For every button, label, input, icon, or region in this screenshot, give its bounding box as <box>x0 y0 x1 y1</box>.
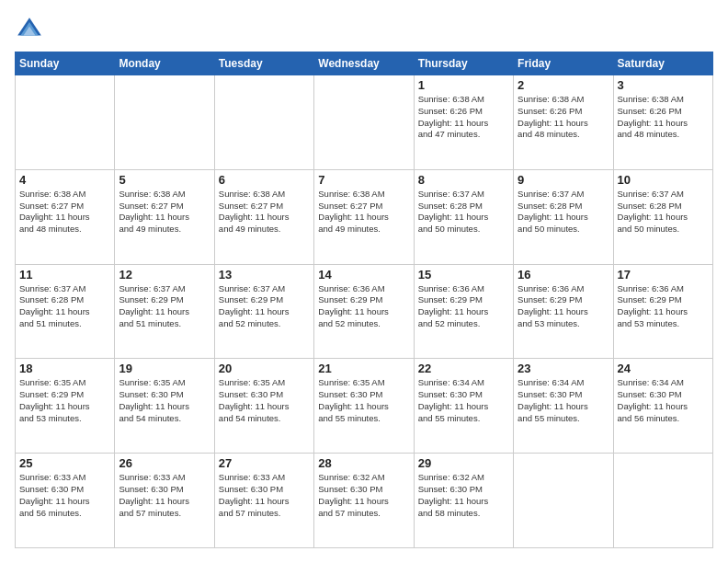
day-number: 18 <box>19 362 110 375</box>
calendar-cell: 19Sunrise: 6:35 AM Sunset: 6:30 PM Dayli… <box>115 359 214 454</box>
calendar-cell: 27Sunrise: 6:33 AM Sunset: 6:30 PM Dayli… <box>214 454 313 548</box>
calendar-week-4: 18Sunrise: 6:35 AM Sunset: 6:29 PM Dayli… <box>16 359 713 454</box>
day-number: 26 <box>119 456 210 470</box>
day-info: Sunrise: 6:35 AM Sunset: 6:30 PM Dayligh… <box>219 377 310 424</box>
calendar-cell <box>214 75 313 170</box>
day-number: 9 <box>518 173 609 187</box>
day-number: 7 <box>318 173 409 187</box>
day-info: Sunrise: 6:38 AM Sunset: 6:27 PM Dayligh… <box>19 189 110 236</box>
day-number: 13 <box>219 268 310 282</box>
day-info: Sunrise: 6:33 AM Sunset: 6:30 PM Dayligh… <box>119 472 210 519</box>
calendar-cell: 6Sunrise: 6:38 AM Sunset: 6:27 PM Daylig… <box>214 169 313 264</box>
day-number: 11 <box>19 268 110 282</box>
calendar-cell: 9Sunrise: 6:37 AM Sunset: 6:28 PM Daylig… <box>514 169 613 264</box>
col-header-wednesday: Wednesday <box>314 52 414 75</box>
day-info: Sunrise: 6:38 AM Sunset: 6:27 PM Dayligh… <box>219 189 310 236</box>
day-info: Sunrise: 6:35 AM Sunset: 6:30 PM Dayligh… <box>318 377 409 424</box>
day-info: Sunrise: 6:33 AM Sunset: 6:30 PM Dayligh… <box>219 472 310 519</box>
day-number: 23 <box>518 362 609 375</box>
calendar-cell: 14Sunrise: 6:36 AM Sunset: 6:29 PM Dayli… <box>314 264 414 359</box>
day-number: 17 <box>618 268 709 282</box>
day-number: 1 <box>418 78 509 92</box>
day-info: Sunrise: 6:36 AM Sunset: 6:29 PM Dayligh… <box>318 283 409 330</box>
day-number: 2 <box>518 78 609 92</box>
day-info: Sunrise: 6:36 AM Sunset: 6:29 PM Dayligh… <box>418 283 509 330</box>
calendar-cell: 11Sunrise: 6:37 AM Sunset: 6:28 PM Dayli… <box>16 264 115 359</box>
day-info: Sunrise: 6:37 AM Sunset: 6:29 PM Dayligh… <box>119 283 210 330</box>
day-info: Sunrise: 6:37 AM Sunset: 6:28 PM Dayligh… <box>618 189 709 236</box>
day-number: 6 <box>219 173 310 187</box>
day-number: 21 <box>318 362 409 375</box>
day-info: Sunrise: 6:37 AM Sunset: 6:28 PM Dayligh… <box>19 283 110 330</box>
day-number: 29 <box>418 456 509 470</box>
day-number: 4 <box>19 173 110 187</box>
col-header-friday: Friday <box>514 52 613 75</box>
calendar-cell: 20Sunrise: 6:35 AM Sunset: 6:30 PM Dayli… <box>214 359 313 454</box>
calendar-cell: 22Sunrise: 6:34 AM Sunset: 6:30 PM Dayli… <box>414 359 513 454</box>
day-info: Sunrise: 6:34 AM Sunset: 6:30 PM Dayligh… <box>518 377 609 424</box>
day-number: 10 <box>618 173 709 187</box>
calendar-cell: 18Sunrise: 6:35 AM Sunset: 6:29 PM Dayli… <box>16 359 115 454</box>
calendar-cell: 1Sunrise: 6:38 AM Sunset: 6:26 PM Daylig… <box>414 75 513 170</box>
day-info: Sunrise: 6:35 AM Sunset: 6:30 PM Dayligh… <box>119 377 210 424</box>
calendar-week-3: 11Sunrise: 6:37 AM Sunset: 6:28 PM Dayli… <box>16 264 713 359</box>
calendar-cell <box>16 75 115 170</box>
calendar-cell <box>314 75 414 170</box>
col-header-monday: Monday <box>115 52 214 75</box>
calendar-cell: 4Sunrise: 6:38 AM Sunset: 6:27 PM Daylig… <box>16 169 115 264</box>
calendar-cell: 2Sunrise: 6:38 AM Sunset: 6:26 PM Daylig… <box>514 75 613 170</box>
calendar-table: SundayMondayTuesdayWednesdayThursdayFrid… <box>15 52 713 548</box>
calendar-cell: 12Sunrise: 6:37 AM Sunset: 6:29 PM Dayli… <box>115 264 214 359</box>
col-header-tuesday: Tuesday <box>214 52 313 75</box>
day-info: Sunrise: 6:37 AM Sunset: 6:28 PM Dayligh… <box>418 189 509 236</box>
day-info: Sunrise: 6:32 AM Sunset: 6:30 PM Dayligh… <box>418 472 509 519</box>
calendar-cell: 3Sunrise: 6:38 AM Sunset: 6:26 PM Daylig… <box>613 75 712 170</box>
calendar-cell: 17Sunrise: 6:36 AM Sunset: 6:29 PM Dayli… <box>613 264 712 359</box>
calendar-week-5: 25Sunrise: 6:33 AM Sunset: 6:30 PM Dayli… <box>16 454 713 548</box>
calendar-cell <box>613 454 712 548</box>
day-number: 8 <box>418 173 509 187</box>
day-number: 19 <box>119 362 210 375</box>
day-info: Sunrise: 6:34 AM Sunset: 6:30 PM Dayligh… <box>618 377 709 424</box>
calendar-cell: 10Sunrise: 6:37 AM Sunset: 6:28 PM Dayli… <box>613 169 712 264</box>
day-number: 28 <box>318 456 409 470</box>
day-info: Sunrise: 6:34 AM Sunset: 6:30 PM Dayligh… <box>418 377 509 424</box>
calendar-cell: 23Sunrise: 6:34 AM Sunset: 6:30 PM Dayli… <box>514 359 613 454</box>
day-info: Sunrise: 6:38 AM Sunset: 6:26 PM Dayligh… <box>618 94 709 141</box>
day-info: Sunrise: 6:38 AM Sunset: 6:26 PM Dayligh… <box>518 94 609 141</box>
col-header-thursday: Thursday <box>414 52 513 75</box>
day-info: Sunrise: 6:33 AM Sunset: 6:30 PM Dayligh… <box>19 472 110 519</box>
calendar-cell: 15Sunrise: 6:36 AM Sunset: 6:29 PM Dayli… <box>414 264 513 359</box>
page: SundayMondayTuesdayWednesdayThursdayFrid… <box>0 0 728 563</box>
day-number: 25 <box>19 456 110 470</box>
day-number: 22 <box>418 362 509 375</box>
day-info: Sunrise: 6:37 AM Sunset: 6:29 PM Dayligh… <box>219 283 310 330</box>
calendar-cell: 29Sunrise: 6:32 AM Sunset: 6:30 PM Dayli… <box>414 454 513 548</box>
day-info: Sunrise: 6:38 AM Sunset: 6:27 PM Dayligh… <box>318 189 409 236</box>
calendar-cell <box>514 454 613 548</box>
logo-icon <box>15 15 44 44</box>
calendar-cell: 16Sunrise: 6:36 AM Sunset: 6:29 PM Dayli… <box>514 264 613 359</box>
calendar-cell: 5Sunrise: 6:38 AM Sunset: 6:27 PM Daylig… <box>115 169 214 264</box>
calendar-cell: 24Sunrise: 6:34 AM Sunset: 6:30 PM Dayli… <box>613 359 712 454</box>
calendar-cell <box>115 75 214 170</box>
day-info: Sunrise: 6:35 AM Sunset: 6:29 PM Dayligh… <box>19 377 110 424</box>
calendar-week-1: 1Sunrise: 6:38 AM Sunset: 6:26 PM Daylig… <box>16 75 713 170</box>
calendar-cell: 13Sunrise: 6:37 AM Sunset: 6:29 PM Dayli… <box>214 264 313 359</box>
col-header-saturday: Saturday <box>613 52 712 75</box>
calendar-cell: 25Sunrise: 6:33 AM Sunset: 6:30 PM Dayli… <box>16 454 115 548</box>
day-number: 3 <box>618 78 709 92</box>
day-info: Sunrise: 6:38 AM Sunset: 6:26 PM Dayligh… <box>418 94 509 141</box>
day-info: Sunrise: 6:38 AM Sunset: 6:27 PM Dayligh… <box>119 189 210 236</box>
day-number: 16 <box>518 268 609 282</box>
calendar-cell: 28Sunrise: 6:32 AM Sunset: 6:30 PM Dayli… <box>314 454 414 548</box>
day-number: 20 <box>219 362 310 375</box>
calendar-cell: 7Sunrise: 6:38 AM Sunset: 6:27 PM Daylig… <box>314 169 414 264</box>
day-info: Sunrise: 6:36 AM Sunset: 6:29 PM Dayligh… <box>618 283 709 330</box>
calendar-cell: 21Sunrise: 6:35 AM Sunset: 6:30 PM Dayli… <box>314 359 414 454</box>
calendar-cell: 8Sunrise: 6:37 AM Sunset: 6:28 PM Daylig… <box>414 169 513 264</box>
day-info: Sunrise: 6:36 AM Sunset: 6:29 PM Dayligh… <box>518 283 609 330</box>
day-number: 24 <box>618 362 709 375</box>
calendar-week-2: 4Sunrise: 6:38 AM Sunset: 6:27 PM Daylig… <box>16 169 713 264</box>
col-header-sunday: Sunday <box>16 52 115 75</box>
